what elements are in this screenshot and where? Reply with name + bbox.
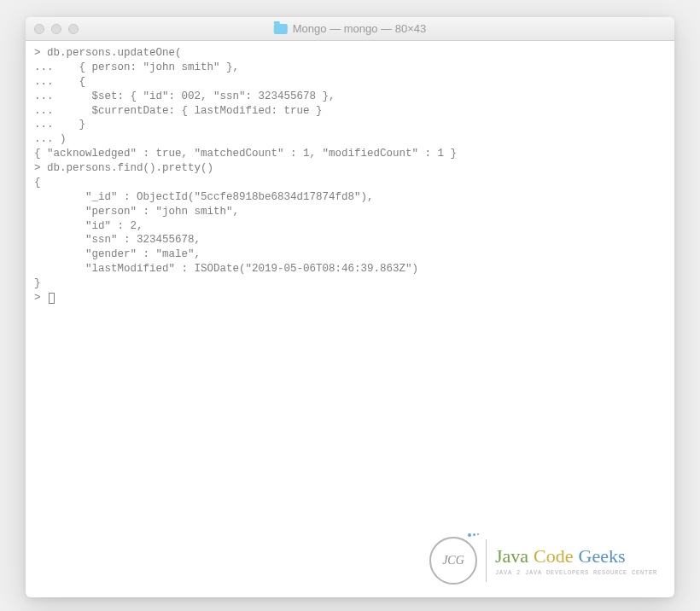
close-button[interactable] xyxy=(34,24,44,34)
terminal-line: ... ) xyxy=(34,133,67,145)
terminal-line: "gender" : "male", xyxy=(34,248,201,260)
watermark-word-java: Java xyxy=(495,544,528,569)
terminal-line: > db.persons.find().pretty() xyxy=(34,162,213,174)
terminal-window: Mongo — mongo — 80×43 > db.persons.updat… xyxy=(26,17,674,597)
terminal-line: "ssn" : 323455678, xyxy=(34,234,201,246)
watermark-word-geeks: Geeks xyxy=(579,544,626,569)
watermark-divider xyxy=(486,539,487,582)
terminal-line: ... { person: "john smith" }, xyxy=(34,61,239,73)
watermark-text: Java Code Geeks Java 2 Java Developers R… xyxy=(495,544,657,577)
terminal-line: "lastModified" : ISODate("2019-05-06T08:… xyxy=(34,263,418,275)
watermark-dots xyxy=(468,533,479,537)
titlebar[interactable]: Mongo — mongo — 80×43 xyxy=(26,17,674,41)
terminal-line: "_id" : ObjectId("5ccfe8918be6834d17874f… xyxy=(34,191,374,203)
folder-icon xyxy=(274,24,288,34)
traffic-lights xyxy=(34,24,79,34)
window-title-container: Mongo — mongo — 80×43 xyxy=(274,22,426,35)
watermark: JCG Java Code Geeks Java 2 Java Develope… xyxy=(429,537,657,585)
maximize-button[interactable] xyxy=(68,24,79,34)
terminal-line: { xyxy=(34,177,41,189)
window-title: Mongo — mongo — 80×43 xyxy=(293,22,426,35)
terminal-line: ... { xyxy=(34,76,85,88)
terminal-line: > db.persons.updateOne( xyxy=(34,47,182,59)
watermark-logo-text: JCG xyxy=(442,553,464,569)
terminal-line: ... $set: { "id": 002, "ssn": 323455678 … xyxy=(34,90,335,102)
terminal-line: ... $currentDate: { lastModified: true } xyxy=(34,105,323,117)
watermark-logo-circle: JCG xyxy=(429,537,477,585)
watermark-subtitle: Java 2 Java Developers Resource Center xyxy=(495,569,657,577)
terminal-body[interactable]: > db.persons.updateOne( ... { person: "j… xyxy=(26,41,674,597)
watermark-word-code: Code xyxy=(534,544,573,569)
terminal-line: ... } xyxy=(34,119,85,131)
minimize-button[interactable] xyxy=(51,24,61,34)
terminal-line: { "acknowledged" : true, "matchedCount" … xyxy=(34,148,457,160)
terminal-line: "person" : "john smith", xyxy=(34,206,239,218)
watermark-main: Java Code Geeks xyxy=(495,544,657,569)
cursor xyxy=(49,293,55,304)
terminal-line: } xyxy=(34,277,41,289)
terminal-prompt: > xyxy=(34,292,47,304)
terminal-line: "id" : 2, xyxy=(34,220,143,232)
